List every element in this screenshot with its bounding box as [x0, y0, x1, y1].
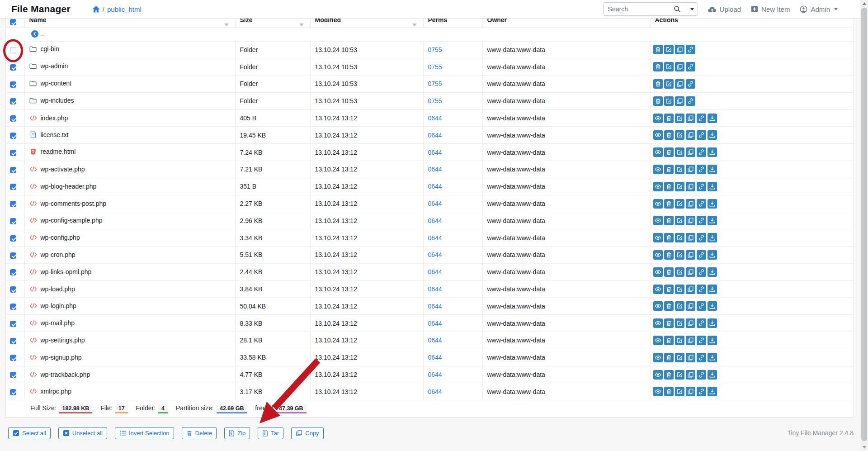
view-action-button[interactable] — [653, 387, 663, 396]
copy-action-button[interactable] — [686, 233, 695, 242]
copy-action-button[interactable] — [686, 370, 695, 380]
delete-action-button[interactable] — [664, 114, 674, 123]
link-action-button[interactable] — [697, 318, 706, 328]
column-header-modified[interactable]: Modified — [310, 19, 423, 28]
view-action-button[interactable] — [653, 182, 663, 191]
perms-link[interactable]: 0644 — [424, 217, 442, 224]
link-action-button[interactable] — [697, 114, 706, 123]
rename-action-button[interactable] — [675, 267, 684, 277]
perms-link[interactable]: 0644 — [424, 320, 442, 327]
view-action-button[interactable] — [653, 147, 663, 157]
rename-action-button[interactable] — [675, 285, 684, 294]
file-name-link[interactable]: wp-settings.php — [25, 337, 85, 344]
file-name-link[interactable]: wp-content — [25, 80, 71, 87]
perms-link[interactable]: 0644 — [424, 234, 442, 242]
link-action-button[interactable] — [686, 45, 695, 54]
file-name-link[interactable]: wp-config.php — [25, 234, 80, 241]
file-name-link[interactable]: wp-login.php — [25, 302, 76, 309]
copy-action-button[interactable] — [686, 250, 695, 260]
copy-action-button[interactable] — [686, 165, 695, 174]
copy-action-button[interactable] — [686, 336, 695, 345]
delete-action-button[interactable] — [664, 370, 674, 380]
view-action-button[interactable] — [653, 336, 663, 345]
row-checkbox[interactable] — [10, 338, 16, 344]
download-action-button[interactable] — [708, 250, 717, 260]
perms-link[interactable]: 0644 — [424, 303, 442, 310]
search-options-caret[interactable] — [686, 3, 698, 15]
search-button[interactable] — [669, 3, 686, 15]
perms-link[interactable]: 0644 — [424, 200, 442, 207]
scroll-down-arrow[interactable] — [860, 444, 868, 451]
row-checkbox[interactable] — [10, 201, 16, 207]
perms-link[interactable]: 0644 — [424, 183, 442, 190]
rename-action-button[interactable] — [675, 147, 684, 157]
perms-link[interactable]: 0644 — [424, 354, 442, 361]
file-name-link[interactable]: wp-comments-post.php — [25, 200, 107, 207]
rename-action-button[interactable] — [664, 45, 674, 54]
rename-action-button[interactable] — [675, 387, 684, 396]
delete-action-button[interactable] — [664, 130, 674, 140]
link-action-button[interactable] — [697, 285, 706, 294]
view-action-button[interactable] — [653, 130, 663, 140]
perms-link[interactable]: 0644 — [424, 114, 442, 122]
unselect-all-button[interactable]: Unselect all — [58, 427, 107, 439]
delete-action-button[interactable] — [653, 62, 663, 71]
scroll-up-arrow[interactable] — [860, 0, 868, 7]
row-checkbox[interactable] — [10, 64, 16, 71]
download-action-button[interactable] — [708, 182, 717, 191]
link-action-button[interactable] — [686, 79, 695, 89]
view-action-button[interactable] — [653, 165, 663, 174]
file-name-link[interactable]: wp-load.php — [25, 285, 75, 293]
rename-action-button[interactable] — [664, 62, 674, 71]
link-action-button[interactable] — [697, 233, 706, 242]
row-checkbox[interactable] — [10, 389, 16, 395]
file-name-link[interactable]: license.txt — [25, 131, 69, 138]
copy-action-button[interactable] — [675, 79, 684, 89]
view-action-button[interactable] — [653, 233, 663, 242]
link-action-button[interactable] — [697, 353, 706, 362]
delete-action-button[interactable] — [664, 336, 674, 345]
rename-action-button[interactable] — [675, 165, 684, 174]
row-checkbox[interactable] — [10, 252, 16, 259]
row-checkbox[interactable] — [10, 150, 16, 156]
perms-link[interactable]: 0644 — [424, 371, 442, 378]
link-action-button[interactable] — [697, 301, 706, 311]
perms-link[interactable]: 0644 — [424, 285, 442, 293]
download-action-button[interactable] — [708, 353, 717, 362]
link-action-button[interactable] — [686, 62, 695, 71]
rename-action-button[interactable] — [675, 336, 684, 345]
view-action-button[interactable] — [653, 250, 663, 260]
file-name-link[interactable]: cgi-bin — [25, 45, 59, 52]
link-action-button[interactable] — [697, 165, 706, 174]
column-header-size[interactable]: Size — [235, 19, 310, 28]
download-action-button[interactable] — [708, 147, 717, 157]
row-checkbox[interactable] — [10, 269, 16, 275]
link-action-button[interactable] — [697, 250, 706, 260]
download-action-button[interactable] — [708, 387, 717, 396]
download-action-button[interactable] — [708, 336, 717, 345]
rename-action-button[interactable] — [675, 114, 684, 123]
copy-action-button[interactable] — [675, 96, 684, 106]
perms-link[interactable]: 0755 — [424, 63, 442, 71]
delete-action-button[interactable] — [664, 199, 674, 209]
copy-action-button[interactable] — [686, 285, 695, 294]
row-checkbox[interactable] — [10, 98, 16, 104]
admin-menu-button[interactable]: Admin — [800, 5, 838, 13]
upload-button[interactable]: Upload — [708, 5, 741, 13]
download-action-button[interactable] — [708, 114, 717, 123]
link-action-button[interactable] — [697, 147, 706, 157]
delete-button[interactable]: Delete — [182, 427, 217, 439]
file-name-link[interactable]: index.php — [25, 114, 68, 122]
rename-action-button[interactable] — [664, 79, 674, 89]
perms-link[interactable]: 0644 — [424, 166, 442, 173]
download-action-button[interactable] — [708, 301, 717, 311]
download-action-button[interactable] — [708, 199, 717, 209]
link-action-button[interactable] — [697, 370, 706, 380]
rename-action-button[interactable] — [675, 233, 684, 242]
select-all-checkbox[interactable] — [10, 19, 16, 25]
view-action-button[interactable] — [653, 216, 663, 225]
copy-action-button[interactable] — [686, 114, 695, 123]
row-checkbox[interactable] — [10, 304, 16, 310]
perms-link[interactable]: 0755 — [424, 46, 442, 53]
tar-button[interactable]: Tar — [258, 427, 283, 439]
